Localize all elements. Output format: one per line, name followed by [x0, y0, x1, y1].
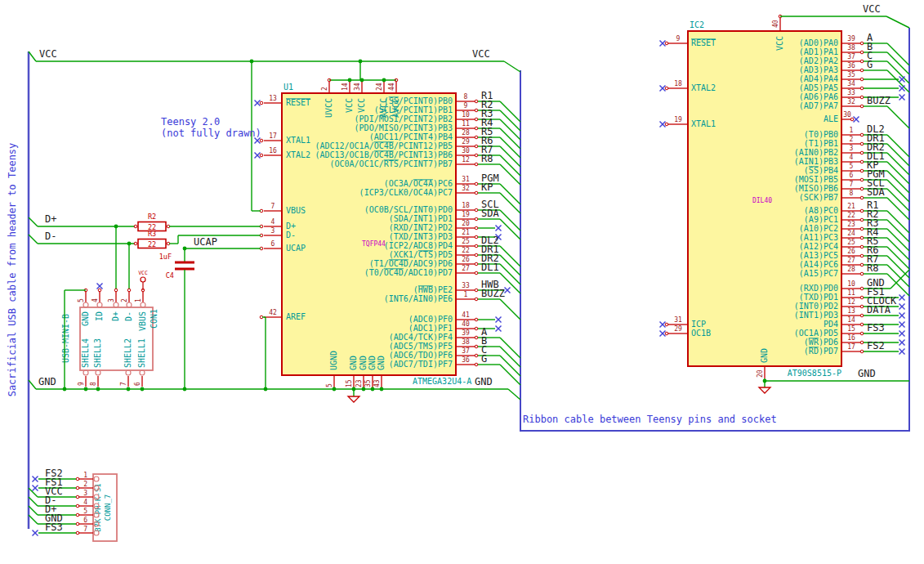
wire[interactable] — [887, 247, 909, 269]
net-label-R8[interactable]: R8 — [867, 262, 878, 274]
component-ref-CON1[interactable]: CON1 — [150, 309, 158, 329]
wire[interactable] — [29, 51, 36, 61]
wire[interactable] — [29, 506, 38, 515]
wire[interactable] — [887, 180, 909, 202]
component-package-IC2[interactable]: DIL40 — [752, 197, 772, 204]
component-ref-IC2[interactable]: IC2 — [690, 20, 704, 29]
wire[interactable] — [887, 153, 909, 175]
wire[interactable] — [500, 255, 520, 275]
component-ref-CONN7[interactable]: CONN_7 — [104, 495, 112, 521]
pin-name: GND — [377, 356, 386, 370]
net-label-GND[interactable]: GND — [858, 368, 876, 379]
wire[interactable] — [500, 137, 520, 158]
note-usb-cable[interactable]: Sacrificial USB cable from header to Tee… — [7, 143, 18, 397]
wire[interactable] — [500, 246, 520, 266]
net-label-FS3[interactable]: FS3 — [45, 521, 63, 533]
wire[interactable] — [886, 16, 909, 28]
wire[interactable] — [500, 338, 520, 358]
wire[interactable] — [500, 146, 520, 167]
pin-number: 40 — [772, 20, 779, 28]
net-label-GND[interactable]: GND — [38, 376, 56, 387]
component-part-U1[interactable]: ATMEGA32U4-A — [413, 377, 471, 386]
note-ribbon-cable[interactable]: Ribbon cable between Teensy pins and soc… — [523, 414, 777, 425]
wire[interactable] — [887, 211, 909, 233]
net-label-FS3[interactable]: FS3 — [867, 322, 885, 333]
wire[interactable] — [887, 220, 909, 242]
wire[interactable] — [500, 119, 520, 140]
component-value-R3[interactable]: 22 — [148, 240, 156, 248]
wire[interactable] — [887, 189, 909, 211]
pin-terminal-icon — [475, 127, 478, 130]
wire[interactable] — [500, 128, 520, 149]
net-label-VCC[interactable]: VCC — [39, 48, 57, 60]
component-ref-C4[interactable]: C4 — [166, 271, 174, 280]
wire[interactable] — [887, 70, 909, 92]
wire[interactable] — [29, 235, 38, 244]
wire[interactable] — [500, 193, 520, 213]
capacitor-C4-plate[interactable] — [175, 262, 194, 264]
net-label-Dplus[interactable]: D+ — [45, 213, 56, 225]
wire[interactable] — [500, 264, 520, 284]
wire[interactable] — [500, 356, 520, 376]
net-label-G[interactable]: G — [481, 353, 487, 365]
component-package-U1[interactable]: TQFP44 — [362, 240, 386, 248]
wire[interactable] — [887, 135, 909, 157]
wire[interactable] — [500, 365, 520, 385]
wire[interactable] — [29, 515, 38, 524]
pin-terminal-icon — [475, 327, 478, 330]
net-label-BUZZ[interactable]: BUZZ — [867, 95, 891, 106]
wire[interactable] — [887, 229, 909, 251]
component-ref-R3[interactable]: R3 — [148, 230, 156, 238]
component-value-C4[interactable]: 1uF — [159, 253, 172, 261]
pin-name: PD4 — [824, 320, 838, 329]
wire[interactable] — [887, 171, 909, 193]
net-label-GND[interactable]: GND — [475, 376, 493, 387]
wire[interactable] — [887, 106, 909, 128]
net-label-FS2[interactable]: FS2 — [867, 340, 885, 351]
net-label-G[interactable]: G — [867, 59, 873, 70]
net-label-R8[interactable]: R8 — [481, 153, 493, 164]
wire[interactable] — [500, 347, 520, 367]
wire[interactable] — [508, 389, 520, 400]
net-label-KP[interactable]: KP — [481, 181, 493, 193]
net-label-VCC[interactable]: VCC — [472, 48, 490, 60]
component-value-CON1[interactable]: USB-MINI-B — [61, 314, 70, 363]
wire[interactable] — [500, 219, 520, 239]
vcc-symbol-label[interactable]: VCC — [138, 270, 148, 276]
wire[interactable] — [887, 61, 909, 83]
component-ref-R2[interactable]: R2 — [148, 213, 156, 221]
wire[interactable] — [500, 184, 520, 204]
wire[interactable] — [887, 144, 909, 166]
wire[interactable] — [887, 198, 909, 220]
net-label-BUZZ[interactable]: BUZZ — [481, 288, 505, 299]
wire[interactable] — [887, 43, 909, 65]
note-teensy[interactable]: Teensy 2.0 (not fully drawn) — [161, 116, 261, 139]
wire[interactable] — [887, 162, 909, 184]
wire[interactable] — [887, 256, 909, 278]
vcc-symbol-icon[interactable] — [141, 277, 145, 282]
net-label-SDA[interactable]: SDA — [481, 208, 499, 219]
wire[interactable] — [887, 238, 909, 260]
wire[interactable] — [500, 101, 520, 122]
component-ref-U1[interactable]: U1 — [283, 83, 293, 92]
net-label-UCAP[interactable]: UCAP — [194, 236, 217, 248]
wire[interactable] — [500, 299, 520, 320]
wire[interactable] — [500, 210, 520, 231]
wire[interactable] — [887, 52, 909, 74]
wire[interactable] — [887, 274, 909, 296]
component-part-IC2[interactable]: AT90S8515-P — [788, 369, 841, 378]
wire[interactable] — [500, 155, 520, 176]
net-label-DATA[interactable]: DATA — [867, 304, 891, 316]
wire[interactable] — [500, 164, 520, 185]
schematic-canvas[interactable]: VCCVCCU1ATMEGA32U4-ATQFP4413RESET17XTAL1… — [0, 0, 924, 564]
wire[interactable] — [29, 380, 36, 389]
wire[interactable] — [29, 217, 38, 226]
wire[interactable] — [504, 61, 520, 72]
wire[interactable] — [887, 265, 909, 287]
net-label-SDA[interactable]: SDA — [867, 186, 885, 198]
wire[interactable] — [500, 110, 520, 131]
net-label-VCC[interactable]: VCC — [863, 3, 881, 15]
net-label-Dminus[interactable]: D- — [45, 231, 56, 242]
net-label-DL1[interactable]: DL1 — [481, 262, 499, 273]
wire[interactable] — [29, 497, 38, 506]
